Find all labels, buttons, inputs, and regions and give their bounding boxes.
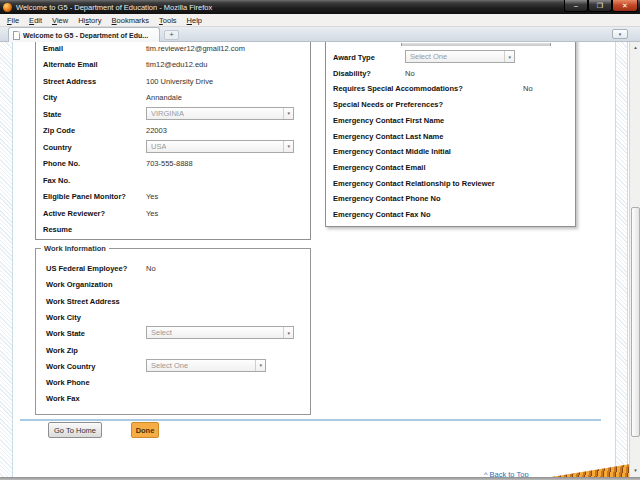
new-tab-button[interactable]: + bbox=[164, 30, 179, 40]
form-row-street-address: Street Address100 University Drive bbox=[36, 77, 310, 92]
tab-welcome-g5[interactable]: Welcome to G5 - Department of Edu... bbox=[8, 27, 160, 42]
field-label-us-federal-employee: US Federal Employee? bbox=[46, 264, 127, 273]
select-value-work-state: Select bbox=[151, 328, 172, 337]
form-row-disability: Disability?No bbox=[326, 69, 575, 84]
field-label-fax-no: Fax No. bbox=[43, 176, 70, 185]
menu-tools[interactable]: Tools bbox=[154, 16, 182, 25]
field-value-alternate-email: tim12@edu12.edu bbox=[146, 60, 207, 69]
field-value-disability: No bbox=[405, 69, 415, 78]
up-caret-icon: ^ bbox=[484, 470, 488, 477]
menu-bookmarks[interactable]: Bookmarks bbox=[107, 16, 155, 25]
field-value-requires-special-accommodations: No bbox=[523, 84, 533, 93]
field-label-work-country: Work Country bbox=[46, 362, 95, 371]
field-label-emergency-contact-phone-no: Emergency Contact Phone No bbox=[333, 194, 441, 203]
chevron-down-icon: ▾ bbox=[283, 327, 293, 338]
field-label-work-state: Work State bbox=[46, 329, 85, 338]
page-margin-stripe-left bbox=[0, 42, 13, 477]
field-value-us-federal-employee: No bbox=[146, 264, 156, 273]
minimize-button[interactable]: – bbox=[564, 0, 588, 12]
field-value-street-address: 100 University Drive bbox=[146, 77, 213, 86]
field-label-work-zip: Work Zip bbox=[46, 346, 78, 355]
reviewer-details-panel: Award TypeSelect One▾Disability?NoRequir… bbox=[325, 42, 576, 227]
chevron-down-icon: ▾ bbox=[283, 141, 293, 152]
form-row-eligible-panel-monitor: Eligible Panel Monitor?Yes bbox=[36, 192, 310, 207]
done-button[interactable]: Done bbox=[131, 422, 159, 438]
form-row-country: CountryUSA▾ bbox=[36, 143, 310, 158]
footer-divider bbox=[20, 419, 601, 421]
select-award-type[interactable]: Select One▾ bbox=[405, 50, 515, 63]
back-to-top-link[interactable]: ^ Back to Top bbox=[484, 470, 529, 477]
menu-file[interactable]: File bbox=[2, 16, 24, 25]
form-row-work-fax: Work Fax bbox=[36, 394, 310, 409]
go-to-home-button[interactable]: Go To Home bbox=[48, 422, 102, 438]
field-value-phone-no: 703-555-8888 bbox=[146, 159, 193, 168]
page-content: Emailtim.reviewer12@gmail12.comAlternate… bbox=[0, 42, 629, 477]
form-row-emergency-contact-first-name: Emergency Contact First Name bbox=[326, 116, 575, 131]
window-controls: – ❐ ✕ bbox=[564, 0, 638, 12]
menu-history[interactable]: History bbox=[73, 16, 106, 25]
select-value-work-country: Select One bbox=[151, 361, 188, 370]
select-state[interactable]: VIRGINIA▾ bbox=[146, 107, 294, 120]
form-row-emergency-contact-email: Emergency Contact Email bbox=[326, 163, 575, 178]
field-value-city: Annandale bbox=[146, 93, 182, 102]
list-all-tabs-button[interactable]: ▾ bbox=[612, 29, 628, 39]
field-label-phone-no: Phone No. bbox=[43, 159, 80, 168]
menu-view[interactable]: View bbox=[47, 16, 73, 25]
form-row-phone-no: Phone No.703-555-8888 bbox=[36, 159, 310, 174]
back-to-top-label: Back to Top bbox=[490, 470, 529, 477]
form-row-resume: Resume bbox=[36, 225, 310, 240]
chevron-down-icon: ▾ bbox=[619, 31, 622, 37]
field-label-emergency-contact-email: Emergency Contact Email bbox=[333, 163, 426, 172]
select-value-country: USA bbox=[151, 142, 166, 151]
field-label-active-reviewer: Active Reviewer? bbox=[43, 209, 105, 218]
close-button[interactable]: ✕ bbox=[612, 0, 638, 12]
select-value-state: VIRGINIA bbox=[151, 109, 184, 118]
browser-scrollbar[interactable]: ▲ ▼ bbox=[629, 42, 640, 477]
field-label-requires-special-accommodations: Requires Special Accommodations? bbox=[333, 84, 463, 93]
form-row-award-type: Award TypeSelect One▾ bbox=[326, 53, 575, 68]
form-row-emergency-contact-middle-initial: Emergency Contact Middle Initial bbox=[326, 147, 575, 162]
field-label-country: Country bbox=[43, 143, 72, 152]
window-titlebar[interactable]: Welcome to G5 - Department of Education … bbox=[0, 0, 640, 14]
window-title: Welcome to G5 - Department of Education … bbox=[16, 3, 212, 12]
close-icon: ✕ bbox=[622, 2, 628, 9]
scroll-down-icon[interactable]: ▼ bbox=[630, 468, 640, 473]
tab-bar: Welcome to G5 - Department of Edu... + ▾ bbox=[0, 27, 640, 42]
menu-edit[interactable]: Edit bbox=[24, 16, 47, 25]
field-label-email: Email bbox=[43, 44, 63, 53]
form-row-special-needs-or-preferences: Special Needs or Preferences? bbox=[326, 100, 575, 115]
maximize-button[interactable]: ❐ bbox=[588, 0, 612, 12]
chevron-down-icon: ▾ bbox=[283, 108, 293, 119]
form-row-work-state: Work StateSelect▾ bbox=[36, 329, 310, 344]
select-work-state[interactable]: Select▾ bbox=[146, 326, 294, 339]
minimize-icon: – bbox=[574, 2, 578, 9]
field-label-city: City bbox=[43, 93, 57, 102]
field-label-eligible-panel-monitor: Eligible Panel Monitor? bbox=[43, 192, 126, 201]
field-value-zip-code: 22003 bbox=[146, 126, 167, 135]
select-work-country[interactable]: Select One▾ bbox=[146, 359, 266, 372]
chevron-down-icon: ▾ bbox=[255, 360, 265, 371]
menu-help[interactable]: Help bbox=[182, 16, 207, 25]
field-value-active-reviewer: Yes bbox=[146, 209, 158, 218]
field-label-work-organization: Work Organization bbox=[46, 280, 113, 289]
select-country[interactable]: USA▾ bbox=[146, 140, 294, 153]
page-icon bbox=[13, 31, 20, 40]
field-label-work-city: Work City bbox=[46, 313, 81, 322]
maximize-icon: ❐ bbox=[597, 2, 603, 9]
work-information-fieldset: Work Information US Federal Employee?NoW… bbox=[35, 248, 311, 415]
form-row-us-federal-employee: US Federal Employee?No bbox=[36, 264, 310, 279]
page-margin-stripe-right bbox=[615, 42, 628, 477]
form-row-email: Emailtim.reviewer12@gmail12.com bbox=[36, 44, 310, 59]
field-value-email: tim.reviewer12@gmail12.com bbox=[146, 44, 245, 53]
firefox-icon bbox=[3, 3, 12, 12]
field-label-emergency-contact-first-name: Emergency Contact First Name bbox=[333, 116, 444, 125]
scroll-up-icon[interactable]: ▲ bbox=[630, 45, 640, 50]
form-row-emergency-contact-phone-no: Emergency Contact Phone No bbox=[326, 194, 575, 209]
cutoff-dropdown[interactable] bbox=[401, 43, 551, 46]
field-label-resume: Resume bbox=[43, 225, 72, 234]
menu-bar: FileEditViewHistoryBookmarksToolsHelp bbox=[0, 14, 640, 27]
scrollbar-thumb[interactable] bbox=[631, 207, 640, 437]
form-row-work-country: Work CountrySelect One▾ bbox=[36, 362, 310, 377]
field-label-work-fax: Work Fax bbox=[46, 394, 80, 403]
field-label-special-needs-or-preferences: Special Needs or Preferences? bbox=[333, 100, 443, 109]
